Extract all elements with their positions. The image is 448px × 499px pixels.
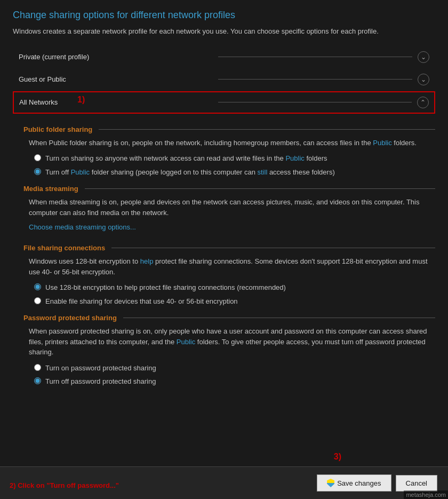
file-sharing-section-header: File sharing connections — [23, 244, 435, 252]
opt-pw-off-label: Turn off password protected sharing — [45, 376, 156, 387]
save-button[interactable]: Save changes — [317, 474, 391, 492]
section-guest-line — [218, 79, 412, 80]
public-folder-title: Public folder sharing — [23, 125, 92, 133]
opt-turn-on-public[interactable]: Turn on sharing so anyone with network a… — [34, 153, 435, 164]
opt-pw-off-radio[interactable] — [34, 377, 41, 384]
password-desc: When password protected sharing is on, o… — [23, 326, 435, 358]
media-streaming-title: Media streaming — [23, 185, 78, 193]
opt-pw-on-radio[interactable] — [34, 364, 41, 371]
opt-pw-on-label: Turn on password protected sharing — [45, 363, 156, 374]
section-private-line — [218, 57, 412, 57]
password-title: Password protected sharing — [23, 314, 117, 322]
annotation-three: 3) — [334, 452, 341, 462]
media-streaming-divider — [85, 188, 435, 189]
section-allnetworks-label: All Networks — [19, 98, 213, 106]
media-streaming-link[interactable]: Choose media streaming options... — [23, 223, 136, 231]
file-sharing-divider — [111, 248, 435, 248]
cancel-button[interactable]: Cancel — [396, 475, 437, 492]
media-streaming-desc: When media streaming is on, people and d… — [23, 197, 435, 218]
page-description: Windows creates a separate network profi… — [13, 26, 435, 37]
password-divider — [123, 318, 435, 318]
opt-pw-on[interactable]: Turn on password protected sharing — [34, 363, 435, 374]
section-guest-chevron[interactable]: ⌄ — [418, 74, 429, 85]
annotation-two: 2) Click on "Turn off password..." — [10, 481, 119, 489]
opt-4056bit-label: Enable file sharing for devices that use… — [45, 296, 238, 307]
section-private-label: Private (current profile) — [19, 53, 213, 61]
annotation-one: 1) — [77, 95, 85, 105]
opt-128bit[interactable]: Use 128-bit encryption to help protect f… — [34, 282, 435, 293]
public-folder-radio-group: Turn on sharing so anyone with network a… — [23, 153, 435, 177]
shield-icon — [327, 479, 334, 487]
password-section-header: Password protected sharing — [23, 314, 435, 322]
main-container: Change sharing options for different net… — [0, 0, 448, 499]
opt-4056bit[interactable]: Enable file sharing for devices that use… — [34, 296, 435, 307]
save-label: Save changes — [337, 479, 381, 487]
section-allnetworks[interactable]: All Networks ⌃ — [13, 91, 435, 114]
section-allnetworks-chevron[interactable]: ⌃ — [417, 97, 429, 108]
section-guest[interactable]: Guest or Public ⌄ — [13, 69, 435, 90]
password-radio-group: Turn on password protected sharing Turn … — [23, 363, 435, 387]
opt-128bit-radio[interactable] — [34, 283, 41, 290]
opt-turn-on-public-radio[interactable] — [34, 154, 41, 161]
file-sharing-radio-group: Use 128-bit encryption to help protect f… — [23, 282, 435, 306]
opt-128bit-label: Use 128-bit encryption to help protect f… — [45, 282, 286, 293]
public-folder-section-header: Public folder sharing — [23, 125, 435, 133]
section-private[interactable]: Private (current profile) ⌄ — [13, 46, 435, 68]
section-guest-label: Guest or Public — [19, 75, 213, 83]
file-sharing-title: File sharing connections — [23, 244, 105, 252]
public-folder-divider — [99, 129, 435, 130]
opt-turn-off-public-radio[interactable] — [34, 168, 41, 175]
opt-4056bit-radio[interactable] — [34, 297, 41, 304]
opt-pw-off[interactable]: Turn off password protected sharing — [34, 376, 435, 387]
section-private-chevron[interactable]: ⌄ — [418, 51, 429, 63]
allnetworks-content: Public folder sharing When Public folder… — [13, 115, 435, 400]
page-title: Change sharing options for different net… — [13, 10, 435, 21]
watermark: metasheja.com — [404, 490, 448, 499]
public-folder-desc: When Public folder sharing is on, people… — [23, 138, 435, 148]
opt-turn-off-public[interactable]: Turn off Public folder sharing (people l… — [34, 167, 435, 178]
media-streaming-section-header: Media streaming — [23, 185, 435, 193]
section-allnetworks-line — [218, 102, 412, 102]
file-sharing-desc: Windows uses 128-bit encryption to help … — [23, 256, 435, 277]
